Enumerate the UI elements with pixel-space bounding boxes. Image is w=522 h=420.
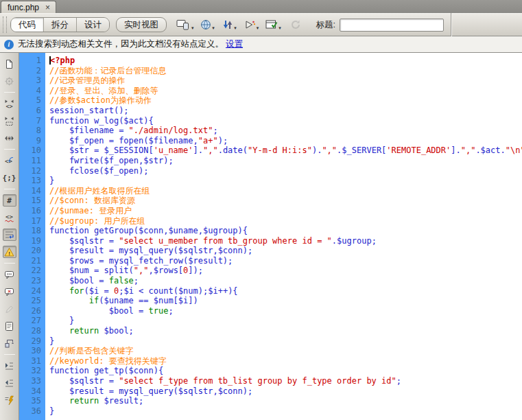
code-line: $rows = mysql_fetch_row($result); [49,256,522,266]
toolbar-grip-handle[interactable] [3,16,7,33]
line-number: 23 [19,276,41,286]
svg-text:<>: <> [5,102,12,109]
coding-toolbar-divider [4,263,15,264]
expand-all-icon: ✳ [4,133,14,143]
remove-comment-button[interactable]: × [3,285,16,298]
balance-braces-button[interactable]: {;} [3,172,16,184]
line-number: 1 [19,56,41,66]
code-line: $f_open = fopen($filename,"a+"); [49,136,522,146]
code-view-button[interactable]: 代码 [11,18,43,32]
preview-debug-browser-button[interactable]: ▾ [198,16,217,33]
wrap-tag-button [3,303,16,315]
code-line: } [49,176,522,186]
highlight-invalid-code-icon: <> [4,213,14,223]
code-line: //记录管理员的操作 [49,75,522,86]
validate-markup-icon [265,19,278,30]
dreamweaver-window: func.php × 代码拆分设计 实时视图 ▾▾▾▾▾ 标题: i 无法搜索到… [0,0,522,420]
code-line: //根据用户姓名取得所在组 [49,186,522,196]
line-number: 32 [19,366,41,376]
line-number: 22 [19,266,41,276]
open-documents-icon [4,59,14,69]
file-management-icon [222,19,233,30]
recent-snippets-button[interactable] [3,320,16,332]
collapse-full-tag-button[interactable]: <> [3,97,16,110]
line-number: 24 [19,286,41,296]
svg-text:×: × [8,288,11,294]
apply-comment-button[interactable] [3,268,16,281]
line-number: 28 [19,326,41,336]
main-area: <>✳<>{;}#<>!× 12345678910111213141516171… [0,53,522,420]
line-number: 11 [19,156,41,166]
line-number: 8 [19,126,41,136]
open-documents-button[interactable] [3,58,16,70]
tab-close-icon[interactable]: × [45,4,50,11]
line-number: 9 [19,136,41,146]
svg-text:<>: <> [5,213,13,220]
outdent-code-icon [4,378,14,388]
move-convert-css-icon [4,338,14,349]
format-source-code-button[interactable] [3,394,16,406]
code-line: $bool = true; [49,306,522,316]
code-line: $filename = "./admin/log.txt"; [49,126,522,136]
coding-toolbar-divider [4,149,15,150]
syntax-error-alerts-button[interactable]: ! [3,246,16,258]
line-number: 7 [19,116,41,126]
code-line: } [49,406,522,417]
line-number: 34 [19,386,41,397]
dropdown-arrow-icon: ▾ [257,25,259,33]
title-input[interactable] [340,19,444,32]
coding-toolbar-divider [4,354,15,355]
code-view[interactable]: <?php//函数功能：记录后台管理信息//记录管理员的操作//登录、登出、添加… [45,53,522,420]
code-editor[interactable]: 1234567891011121314151617181920212223242… [19,53,522,420]
line-number: 3 [19,75,41,86]
line-number: 16 [19,206,41,216]
outdent-code-button[interactable] [3,377,16,389]
code-line: fclose($f_open); [49,166,522,176]
view-mode-button-group: 代码拆分设计 [10,17,110,32]
line-number: 30 [19,346,41,356]
word-wrap-button[interactable] [3,229,16,241]
design-view-button[interactable]: 设计 [76,18,109,32]
code-line: function get_tp($conn){ [49,366,522,376]
code-line: //登录、登出、添加、删除等 [49,86,522,96]
code-line: //参数$action为操作动作 [49,95,522,106]
site-setup-link[interactable]: 设置 [226,38,243,50]
select-parent-tag-button[interactable]: <> [3,154,16,167]
code-line: //$unmae: 登录用户 [49,206,522,216]
line-numbers-icon: # [7,197,12,205]
line-number: 33 [19,376,41,386]
remove-comment-icon: × [4,287,14,297]
live-view-button[interactable]: 实时视图 [116,17,167,32]
live-view-options-button[interactable]: ▾ [242,16,261,33]
toolbar-divider [451,13,451,36]
expand-all-button[interactable]: ✳ [3,132,16,144]
document-tab[interactable]: func.php × [1,1,56,13]
code-line: //$ugroup: 用户所在组 [49,216,522,226]
line-number: 20 [19,246,41,256]
validate-markup-button[interactable]: ▾ [264,16,283,33]
code-line: } [49,316,522,326]
standalone-view-buttons: 实时视图 [110,17,167,32]
show-code-navigator-button [3,75,16,87]
file-management-button[interactable]: ▾ [220,16,239,33]
info-message: 无法搜索到动态相关文件，因为此文档没有站点定义。 [18,38,224,50]
highlight-invalid-code-button[interactable]: <> [3,211,16,224]
line-number: 15 [19,196,41,206]
multiscreen-preview-icon [176,19,191,30]
split-view-button[interactable]: 拆分 [43,18,76,32]
move-convert-css-button[interactable] [3,337,16,349]
line-number: 14 [19,186,41,196]
indent-code-button[interactable] [3,360,16,372]
multiscreen-preview-button[interactable]: ▾ [175,16,195,33]
info-icon: i [4,40,14,49]
code-line: //keyworld: 要查找得关键字 [49,356,522,366]
code-line: $num = split(",",$rows[0]); [49,266,522,276]
line-number: 35 [19,396,41,406]
collapse-selection-button[interactable] [3,115,16,127]
line-numbers-button[interactable]: # [3,194,16,207]
toolbar-icon-buttons: ▾▾▾▾▾ [175,16,305,33]
svg-text:!: ! [8,250,10,256]
document-toolbar: 代码拆分设计 实时视图 ▾▾▾▾▾ 标题: [0,13,522,36]
wrap-tag-icon [4,304,14,314]
line-number: 25 [19,296,41,306]
